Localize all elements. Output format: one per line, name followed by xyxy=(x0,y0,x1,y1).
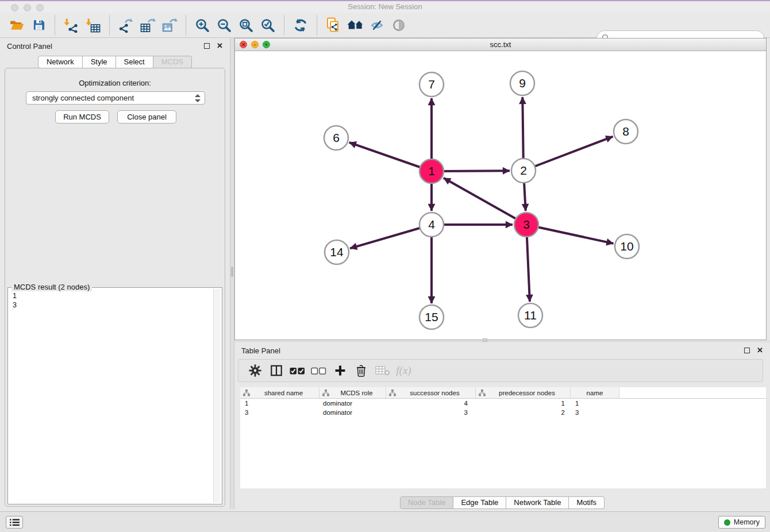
network-window: ✕ − + scc.txt 7968124314101511 xyxy=(234,38,767,340)
network-close-button[interactable]: ✕ xyxy=(240,41,247,48)
graph-node-label-15: 15 xyxy=(425,310,438,323)
tab-node-table[interactable]: Node Table xyxy=(400,496,454,509)
node-table: shared nameMCDS rolesuccessor nodesprede… xyxy=(240,387,766,488)
column-header-predecessor-nodes[interactable]: predecessor nodes xyxy=(476,387,571,398)
table-cell: 1 xyxy=(240,399,319,408)
edge-3-1[interactable] xyxy=(444,178,526,225)
tab-edge-table[interactable]: Edge Table xyxy=(453,496,506,509)
window-close-button[interactable] xyxy=(11,4,18,11)
close-panel-button[interactable]: Close panel xyxy=(117,110,176,124)
table-row[interactable]: 1dominator411 xyxy=(240,399,766,408)
table-row[interactable]: 3dominator323 xyxy=(240,408,766,417)
export-image-icon[interactable] xyxy=(159,14,180,37)
close-panel-icon[interactable]: ✕ xyxy=(217,43,223,49)
function-builder-icon[interactable]: f(x) xyxy=(393,360,414,381)
export-network-icon[interactable] xyxy=(115,14,137,37)
network-minimize-button[interactable]: − xyxy=(251,41,259,48)
window-maximize-button[interactable] xyxy=(36,4,44,11)
window-minimize-button[interactable] xyxy=(24,4,31,11)
toolbar-separator xyxy=(317,16,317,35)
table-cell: 2 xyxy=(476,408,571,417)
graph-node-label-14: 14 xyxy=(330,245,344,259)
graph-node-label-4: 4 xyxy=(428,218,435,231)
gear-icon[interactable] xyxy=(244,360,265,381)
edge-2-8[interactable] xyxy=(523,137,613,171)
float-panel-icon[interactable] xyxy=(744,348,750,353)
columns-icon[interactable] xyxy=(265,360,287,381)
graph-node-label-11: 11 xyxy=(524,309,537,322)
home-icon[interactable] xyxy=(344,14,366,37)
tab-network-table[interactable]: Network Table xyxy=(506,496,569,509)
network-window-title: scc.txt xyxy=(235,38,766,51)
main-toolbar xyxy=(0,13,770,38)
result-scrollbar[interactable] xyxy=(213,289,221,503)
table-cell: 3 xyxy=(386,408,476,417)
export-table-icon[interactable] xyxy=(137,14,159,37)
graph-node-label-9: 9 xyxy=(519,76,526,90)
table-cell: dominator xyxy=(319,399,386,408)
edge-1-6[interactable] xyxy=(349,142,432,171)
criterion-dropdown[interactable]: strongly connected component xyxy=(26,91,205,105)
copy-network-icon[interactable] xyxy=(322,14,344,37)
float-panel-icon[interactable] xyxy=(204,43,210,49)
tab-network[interactable]: Network xyxy=(38,56,83,68)
table-cell: 3 xyxy=(240,408,319,417)
tab-select[interactable]: Select xyxy=(116,56,153,68)
splitter-grip[interactable] xyxy=(483,338,487,342)
graph-node-label-3: 3 xyxy=(523,218,530,231)
vertical-splitter[interactable] xyxy=(230,38,234,509)
optimization-criterion-label: Optimization criterion: xyxy=(5,79,225,87)
memory-status-icon xyxy=(724,519,730,526)
zoom-out-icon[interactable] xyxy=(213,14,235,37)
column-header-shared-name[interactable]: shared name xyxy=(240,387,319,398)
zoom-selected-icon[interactable] xyxy=(257,14,279,37)
dropdown-stepper-icon xyxy=(195,94,201,103)
table-header-row: shared nameMCDS rolesuccessor nodesprede… xyxy=(240,387,766,399)
select-all-icon[interactable] xyxy=(287,360,308,381)
table-panel-header: Table Panel ✕ xyxy=(234,342,770,358)
save-icon[interactable] xyxy=(28,14,49,37)
tab-motifs[interactable]: Motifs xyxy=(569,496,605,509)
run-mcds-button[interactable]: Run MCDS xyxy=(55,110,109,124)
toolbar-separator xyxy=(109,16,110,35)
add-column-icon[interactable] xyxy=(329,360,351,381)
edge-3-10[interactable] xyxy=(526,225,614,244)
column-header-name[interactable]: name xyxy=(571,387,619,398)
hide-details-icon[interactable] xyxy=(366,14,388,37)
list-icon xyxy=(9,518,20,527)
show-details-icon[interactable] xyxy=(388,14,410,37)
graph-node-label-2: 2 xyxy=(520,164,527,177)
mcds-tab-content: Optimization criterion: strongly connect… xyxy=(5,68,225,507)
import-table-icon[interactable] xyxy=(82,14,104,37)
toolbar-separator xyxy=(284,16,284,35)
table-panel: Table Panel ✕ f(x) shared nameMCDS xyxy=(234,342,770,511)
delete-column-icon[interactable] xyxy=(351,360,372,381)
table-tabs: Node TableEdge TableNetwork TableMotifs xyxy=(234,496,770,509)
tab-mcds[interactable]: MCDS xyxy=(153,56,192,68)
import-network-icon[interactable] xyxy=(60,14,82,37)
delete-table-icon[interactable] xyxy=(372,360,393,381)
toolbar-separator xyxy=(186,16,186,35)
zoom-fit-icon[interactable] xyxy=(235,14,257,37)
unselect-all-icon[interactable] xyxy=(308,360,329,381)
control-panel-title: Control Panel xyxy=(7,42,52,51)
memory-button[interactable]: Memory xyxy=(718,516,765,529)
open-folder-icon[interactable] xyxy=(6,14,28,37)
zoom-in-icon[interactable] xyxy=(191,14,213,37)
column-header-successor-nodes[interactable]: successor nodes xyxy=(386,387,476,398)
graph-node-label-1: 1 xyxy=(428,164,435,178)
network-graph[interactable]: 7968124314101511 xyxy=(235,51,766,340)
close-panel-icon[interactable]: ✕ xyxy=(757,348,763,353)
mcds-result-text[interactable]: 1 3 xyxy=(9,290,213,503)
network-zoom-button[interactable]: + xyxy=(263,41,270,48)
splitter-grip[interactable] xyxy=(231,267,233,277)
tab-style[interactable]: Style xyxy=(83,56,116,68)
column-header-MCDS-role[interactable]: MCDS role xyxy=(319,387,386,398)
task-history-button[interactable] xyxy=(6,516,23,529)
control-panel: Control Panel ✕ NetworkStyleSelectMCDS O… xyxy=(0,38,230,509)
graph-node-label-8: 8 xyxy=(622,125,629,138)
graph-node-label-7: 7 xyxy=(428,78,435,91)
table-cell: 1 xyxy=(571,399,619,408)
refresh-icon[interactable] xyxy=(290,14,311,37)
network-canvas[interactable]: 7968124314101511 xyxy=(235,51,766,340)
